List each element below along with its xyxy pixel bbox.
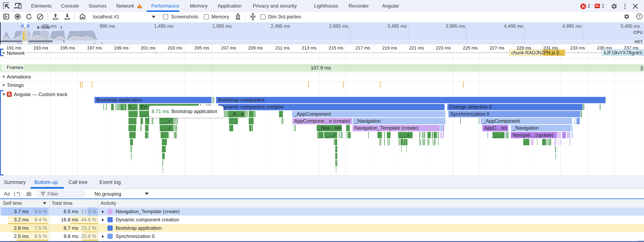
svg-text:_A…e: _A…e — [230, 111, 244, 117]
svg-text:Bootstrap component: Bootstrap component — [218, 97, 264, 103]
svg-text:_AppComponent: _AppComponent — [294, 111, 331, 117]
svg-text:Bootstrap application: Bootstrap application — [96, 97, 142, 103]
svg-text:Synchronization 0: Synchronization 0 — [450, 111, 489, 117]
svg-text:_AppComponent: _AppComponent — [483, 118, 520, 124]
svg-text:_…r: _…r — [326, 132, 335, 138]
svg-text:Dynamic component creation: Dynamic component creation — [220, 104, 284, 110]
svg-text:_…r: _…r — [161, 118, 170, 124]
svg-text:Change detection 0: Change detection 0 — [449, 104, 492, 110]
svg-text:AppCompone…e (create): AppCompone…e (create) — [294, 118, 350, 124]
svg-text:_…: _… — [494, 132, 502, 138]
svg-text:_…r: _…r — [400, 132, 409, 138]
svg-text:_…r: _…r — [162, 125, 171, 131]
svg-text:I…: I… — [130, 104, 136, 110]
svg-text:_Navigation: _Navigation — [354, 118, 381, 124]
svg-text:_…: _… — [141, 111, 149, 117]
svg-text:_Nav…ion: _Nav…ion — [318, 125, 342, 131]
svg-text:Navigation_Template (create): Navigation_Template (create) — [354, 125, 418, 131]
svg-text:Navigati…(update): Navigati…(update) — [513, 132, 554, 138]
svg-text:_Navigation: _Navigation — [512, 125, 539, 131]
svg-text:AppC…te): AppC…te) — [484, 125, 507, 131]
svg-text:Err.: Err. — [141, 104, 148, 110]
